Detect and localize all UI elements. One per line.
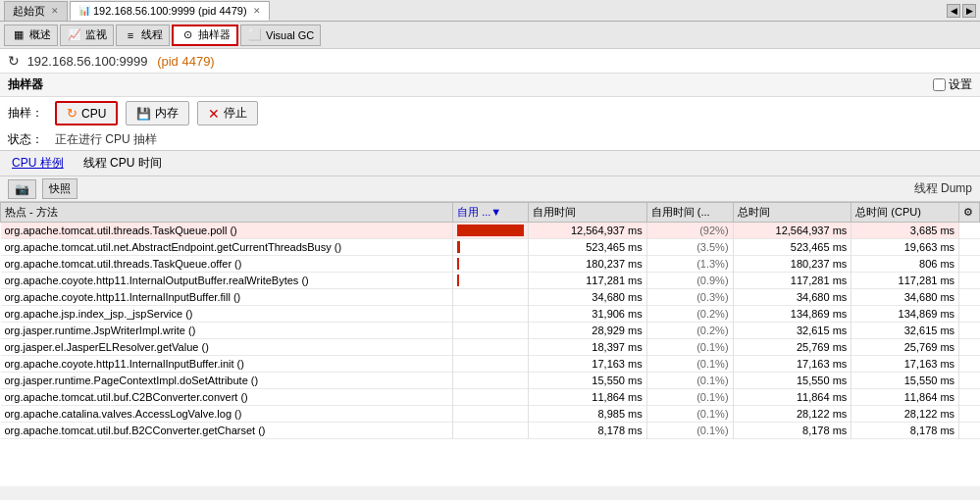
cell-bar	[453, 223, 529, 239]
cell-self-pct: (0.9%)	[646, 273, 733, 289]
cell-bar	[453, 256, 529, 273]
cell-bar	[453, 289, 529, 306]
col-total-cpu[interactable]: 总时间 (CPU)	[851, 203, 959, 223]
subtab-cpu-sample[interactable]: CPU 样例	[4, 153, 72, 174]
thread-dump-label: 线程 Dump	[914, 181, 972, 195]
memory-button[interactable]: 💾 内存	[126, 101, 189, 125]
cell-total-cpu: 34,680 ms	[851, 289, 959, 306]
cell-method: org.apache.tomcat.util.buf.B2CConverter.…	[1, 423, 453, 439]
toolbar-visualgc[interactable]: ⬜ Visual GC	[240, 25, 321, 46]
stop-button-label: 停止	[224, 105, 247, 122]
cell-self-pct: (0.1%)	[646, 339, 733, 356]
memory-icon: 💾	[136, 107, 151, 121]
cell-self-time: 18,397 ms	[528, 339, 646, 356]
cell-self-pct: (0.1%)	[646, 389, 733, 406]
tab-start-close[interactable]: ✕	[51, 6, 59, 16]
table-body: org.apache.tomcat.util.threads.TaskQueue…	[1, 223, 980, 439]
status-label: 状态：	[8, 131, 47, 148]
cell-bar	[453, 356, 529, 373]
thread-dump-link[interactable]: 线程 Dump	[914, 180, 972, 197]
table-header-row: 热点 - 方法 自用 ...▼ 自用时间 自用时间 (... 总时间 总时间 (…	[1, 203, 980, 223]
settings-checkbox[interactable]	[933, 78, 946, 91]
cell-total-cpu: 806 ms	[851, 256, 959, 273]
cell-total-time: 117,281 ms	[733, 273, 851, 289]
cell-method: org.apache.jsp.index_jsp._jspService ()	[1, 306, 453, 323]
col-self-time-pct[interactable]: 自用时间 (...	[646, 203, 733, 223]
table-row: org.jasper.el.JasperELResolver.getValue …	[1, 339, 980, 356]
settings-checkbox-row: 设置	[933, 76, 972, 93]
stop-icon: ✕	[208, 106, 220, 122]
cell-method: org.apache.coyote.http11.InternalInputBu…	[1, 356, 453, 373]
table-row: org.apache.tomcat.util.threads.TaskQueue…	[1, 256, 980, 273]
cell-total-cpu: 11,864 ms	[851, 389, 959, 406]
table-row: org.apache.catalina.valves.AccessLogValv…	[1, 406, 980, 423]
tab-profiler-icon: 📊	[78, 5, 90, 16]
cell-bar	[453, 323, 529, 339]
cell-method: org.jasper.el.JasperELResolver.getValue …	[1, 339, 453, 356]
tab-nav-next[interactable]: ▶	[962, 4, 976, 18]
cell-self-pct: (0.1%)	[646, 406, 733, 423]
cell-total-time: 17,163 ms	[733, 356, 851, 373]
stop-button[interactable]: ✕ 停止	[197, 101, 258, 125]
page-pid: (pid 4479)	[157, 54, 215, 69]
sampler-title: 抽样器	[8, 76, 43, 93]
threads-icon: ≡	[123, 28, 138, 42]
cell-total-cpu: 134,869 ms	[851, 306, 959, 323]
snapshot-icon-btn[interactable]: 📷	[8, 179, 36, 199]
sampler-buttons-row: 抽样： ↻ CPU 💾 内存 ✕ 停止	[0, 97, 980, 129]
tab-start[interactable]: 起始页 ✕	[4, 1, 68, 21]
cell-bar	[453, 423, 529, 439]
cell-method: org.apache.tomcat.util.threads.TaskQueue…	[1, 223, 453, 239]
table-row: org.apache.coyote.http11.InternalOutputB…	[1, 273, 980, 289]
bar-fill	[457, 275, 459, 286]
cell-self-time: 180,237 ms	[528, 256, 646, 273]
table-row: org.apache.jsp.index_jsp._jspService ()3…	[1, 306, 980, 323]
cell-bar	[453, 373, 529, 389]
memory-button-label: 内存	[155, 105, 179, 122]
toolbar-threads[interactable]: ≡ 线程	[116, 25, 170, 46]
toolbar-sampler-label: 抽样器	[198, 27, 231, 42]
cell-self-pct: (0.1%)	[646, 356, 733, 373]
subtab-thread-cpu[interactable]: 线程 CPU 时间	[76, 153, 170, 174]
refresh-icon: ↻	[8, 53, 20, 69]
bar-fill	[457, 258, 459, 270]
tab-profiler[interactable]: 📊 192.168.56.100:9999 (pid 4479) ✕	[70, 1, 270, 21]
page-title-bar: ↻ 192.168.56.100:9999 (pid 4479)	[0, 49, 980, 74]
table-row: org.apache.coyote.http11.InternalInputBu…	[1, 289, 980, 306]
sampler-header: 抽样器 设置	[0, 74, 980, 97]
col-total-time[interactable]: 总时间	[733, 203, 851, 223]
toolbar-threads-label: 线程	[141, 27, 163, 42]
cell-total-time: 12,564,937 ms	[733, 223, 851, 239]
cell-bar	[453, 389, 529, 406]
toolbar-sampler[interactable]: ⊙ 抽样器	[172, 25, 238, 46]
toolbar-overview[interactable]: ▦ 概述	[4, 25, 58, 46]
tab-profiler-close[interactable]: ✕	[253, 6, 261, 16]
table-row: org.apache.tomcat.util.buf.C2BConverter.…	[1, 389, 980, 406]
methods-table-container: 热点 - 方法 自用 ...▼ 自用时间 自用时间 (... 总时间 总时间 (…	[0, 202, 980, 486]
sampler-icon: ⊙	[180, 28, 195, 42]
page-host: 192.168.56.100:9999	[27, 54, 148, 69]
snapshot-button[interactable]: 快照	[42, 178, 77, 199]
col-self-bar[interactable]: 自用 ...▼	[453, 203, 529, 223]
toolbar-monitor[interactable]: 📈 监视	[60, 25, 114, 46]
col-self-time[interactable]: 自用时间	[528, 203, 646, 223]
action-bar: 📷 快照 线程 Dump	[0, 176, 980, 202]
cell-bar	[453, 339, 529, 356]
cell-total-cpu: 28,122 ms	[851, 406, 959, 423]
cell-method: org.apache.coyote.http11.InternalOutputB…	[1, 273, 453, 289]
cpu-button-label: CPU	[81, 107, 106, 121]
sub-tabs: CPU 样例 线程 CPU 时间	[0, 151, 980, 176]
cell-total-time: 134,869 ms	[733, 306, 851, 323]
main-toolbar: ▦ 概述 📈 监视 ≡ 线程 ⊙ 抽样器 ⬜ Visual GC	[0, 22, 980, 49]
sampler-section: 抽样器 设置 抽样： ↻ CPU 💾 内存 ✕ 停止 状态： 正在进行 CPU …	[0, 74, 980, 151]
col-options[interactable]: ⚙	[959, 203, 980, 223]
col-method[interactable]: 热点 - 方法	[1, 203, 453, 223]
table-row: org.apache.coyote.http11.InternalInputBu…	[1, 356, 980, 373]
cell-total-time: 523,465 ms	[733, 239, 851, 256]
cell-self-time: 28,929 ms	[528, 323, 646, 339]
cpu-button[interactable]: ↻ CPU	[55, 101, 118, 125]
cell-self-pct: (0.3%)	[646, 289, 733, 306]
tab-nav-prev[interactable]: ◀	[947, 4, 960, 18]
cell-total-cpu: 117,281 ms	[851, 273, 959, 289]
cell-total-time: 28,122 ms	[733, 406, 851, 423]
